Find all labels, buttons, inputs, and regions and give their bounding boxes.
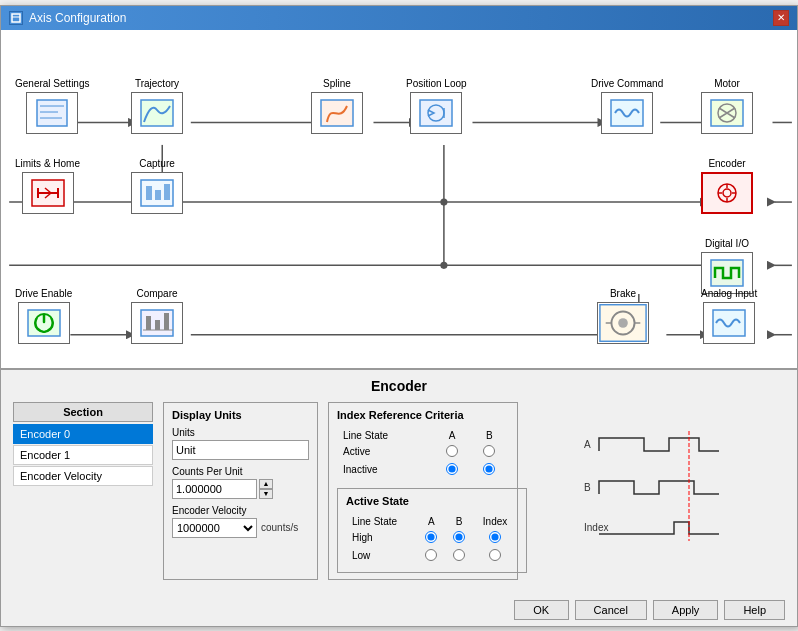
as-line-state-header: Line State	[348, 515, 416, 528]
node-label-spline: Spline	[323, 78, 351, 90]
button-bar: OK Cancel Apply Help	[1, 592, 797, 626]
velocity-label: Encoder Velocity	[172, 505, 309, 516]
svg-point-63	[618, 318, 628, 328]
node-brake[interactable]: Brake	[597, 288, 649, 344]
section-item-encoder0[interactable]: Encoder 0	[13, 424, 153, 444]
node-label-drive-enable: Drive Enable	[15, 288, 72, 300]
node-limits-home[interactable]: Limits & Home	[15, 158, 80, 214]
counts-per-unit-spinner: ▲ ▼	[172, 479, 309, 499]
node-capture[interactable]: Capture	[131, 158, 183, 214]
svg-rect-57	[146, 316, 151, 330]
node-box-analog-input[interactable]	[703, 302, 755, 344]
apply-button[interactable]: Apply	[653, 600, 719, 620]
node-compare[interactable]: Compare	[131, 288, 183, 344]
node-motor[interactable]: Motor	[701, 78, 753, 134]
node-label-analog-input: Analog Input	[701, 288, 757, 300]
index-col-a-header: A	[434, 429, 469, 442]
as-low-a[interactable]	[418, 548, 444, 564]
cancel-button[interactable]: Cancel	[575, 600, 647, 620]
radio-as-low-index[interactable]	[489, 549, 501, 561]
section-item-encoder-velocity[interactable]: Encoder Velocity	[13, 466, 153, 486]
node-box-capture[interactable]	[131, 172, 183, 214]
radio-as-high-b[interactable]	[453, 531, 465, 543]
counts-up-btn[interactable]: ▲	[259, 479, 273, 489]
node-label-limits-home: Limits & Home	[15, 158, 80, 170]
svg-point-20	[440, 261, 447, 268]
index-active-a[interactable]	[434, 444, 469, 460]
node-box-drive-enable[interactable]	[18, 302, 70, 344]
node-drive-enable[interactable]: Drive Enable	[15, 288, 72, 344]
node-box-compare[interactable]	[131, 302, 183, 344]
waveform-label-index: Index	[584, 522, 608, 533]
counts-down-btn[interactable]: ▼	[259, 489, 273, 499]
node-trajectory[interactable]: Trajectory	[131, 78, 183, 134]
svg-rect-43	[146, 186, 152, 200]
as-col-a-header: A	[418, 515, 444, 528]
panel-title: Encoder	[13, 378, 785, 394]
node-label-capture: Capture	[139, 158, 175, 170]
as-high-index[interactable]	[474, 530, 516, 546]
as-low-row: Low	[348, 548, 516, 564]
node-general-settings[interactable]: General Settings	[15, 78, 90, 134]
radio-index-inactive-b[interactable]	[483, 463, 495, 475]
index-inactive-a[interactable]	[434, 462, 469, 478]
window-icon	[9, 11, 23, 25]
connectors-svg	[1, 30, 797, 368]
svg-rect-30	[420, 100, 452, 126]
index-inactive-b[interactable]	[472, 462, 507, 478]
radio-as-high-a[interactable]	[425, 531, 437, 543]
as-high-b[interactable]	[446, 530, 472, 546]
radio-index-active-b[interactable]	[483, 445, 495, 457]
node-box-position-loop[interactable]	[410, 92, 462, 134]
waveform-label-a: A	[584, 439, 591, 450]
as-low-index[interactable]	[474, 548, 516, 564]
node-label-encoder: Encoder	[708, 158, 745, 170]
svg-point-18	[440, 198, 447, 205]
index-active-row: Active	[339, 444, 507, 460]
node-digital-io[interactable]: Digital I/O	[701, 238, 753, 294]
velocity-dropdown[interactable]: 1000000 500000 250000 100000	[172, 518, 257, 538]
radio-index-active-a[interactable]	[446, 445, 458, 457]
svg-rect-28	[141, 100, 173, 126]
svg-rect-0	[12, 14, 20, 22]
node-box-brake[interactable]	[597, 302, 649, 344]
node-box-drive-command[interactable]	[601, 92, 653, 134]
node-box-limits-home[interactable]	[22, 172, 74, 214]
node-drive-command[interactable]: Drive Command	[591, 78, 663, 134]
active-state-title: Active State	[346, 495, 518, 507]
node-box-spline[interactable]	[311, 92, 363, 134]
node-encoder[interactable]: Encoder	[701, 158, 753, 214]
index-active-b[interactable]	[472, 444, 507, 460]
counts-input[interactable]	[172, 479, 257, 499]
node-box-trajectory[interactable]	[131, 92, 183, 134]
node-spline[interactable]: Spline	[311, 78, 363, 134]
radio-as-low-b[interactable]	[453, 549, 465, 561]
radio-as-high-index[interactable]	[489, 531, 501, 543]
units-input[interactable]	[172, 440, 309, 460]
section-header: Section	[13, 402, 153, 422]
node-box-motor[interactable]	[701, 92, 753, 134]
node-box-general-settings[interactable]	[26, 92, 78, 134]
diagram-area: General Settings Trajectory Spline Posit…	[1, 30, 797, 370]
svg-rect-59	[164, 313, 169, 330]
node-box-encoder[interactable]	[701, 172, 753, 214]
node-position-loop[interactable]: Position Loop	[406, 78, 467, 134]
node-label-position-loop: Position Loop	[406, 78, 467, 90]
help-button[interactable]: Help	[724, 600, 785, 620]
close-button[interactable]: ✕	[773, 10, 789, 26]
ok-button[interactable]: OK	[514, 600, 569, 620]
svg-rect-58	[155, 320, 160, 330]
as-high-row: High	[348, 530, 516, 546]
radio-as-low-a[interactable]	[425, 549, 437, 561]
index-reference-title: Index Reference Criteria	[337, 409, 509, 421]
title-bar: Axis Configuration ✕	[1, 6, 797, 30]
as-high-a[interactable]	[418, 530, 444, 546]
units-label: Units	[172, 427, 309, 438]
section-item-encoder1[interactable]: Encoder 1	[13, 445, 153, 465]
node-analog-input[interactable]: Analog Input	[701, 288, 757, 344]
waveform-a-path	[599, 438, 719, 451]
radio-index-inactive-a[interactable]	[446, 463, 458, 475]
as-low-b[interactable]	[446, 548, 472, 564]
node-label-motor: Motor	[714, 78, 740, 90]
encoder-panel: Encoder Section Encoder 0 Encoder 1 Enco…	[1, 370, 797, 592]
